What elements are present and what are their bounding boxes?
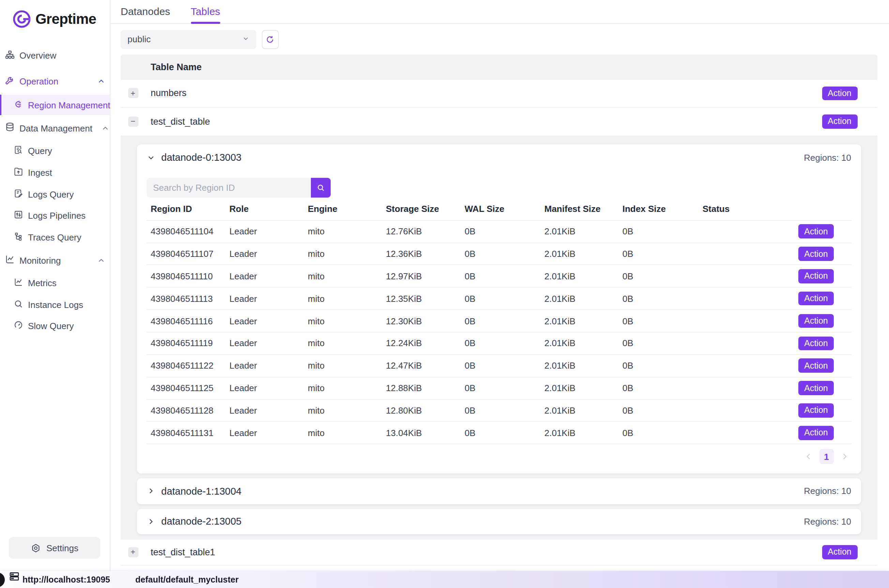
sidebar-item-label: Overview (20, 50, 56, 61)
cell-manifest: 2.01KiB (540, 405, 618, 416)
cell-storage: 12.80KiB (381, 405, 460, 416)
action-button[interactable]: Action (798, 247, 834, 261)
search-button[interactable] (311, 178, 330, 197)
cell-storage: 12.30KiB (381, 316, 460, 326)
region-row: 4398046511119 Leader mito 12.24KiB 0B 2.… (146, 333, 851, 355)
refresh-button[interactable] (262, 30, 278, 49)
region-row: 4398046511128 Leader mito 12.80KiB 0B 2.… (146, 400, 851, 422)
cell-region-id: 4398046511104 (146, 226, 225, 236)
datanode-header[interactable]: datanode-0:13003 Regions: 10 (146, 152, 851, 163)
cell-region-id: 4398046511128 (146, 405, 225, 416)
cell-region-id: 4398046511119 (146, 338, 225, 348)
cell-storage: 12.47KiB (381, 360, 460, 370)
action-button[interactable]: Action (798, 292, 834, 306)
region-search-input[interactable] (146, 178, 311, 197)
chevron-right-icon (146, 517, 155, 526)
expand-icon[interactable]: + (128, 88, 138, 99)
chevron-up-icon[interactable] (98, 77, 105, 85)
cell-index: 0B (618, 360, 698, 370)
cell-manifest: 2.01KiB (540, 316, 618, 326)
region-row: 4398046511116 Leader mito 12.30KiB 0B 2.… (146, 310, 851, 333)
cell-region-id: 4398046511116 (146, 316, 225, 326)
action-button[interactable]: Action (822, 545, 857, 559)
action-button[interactable]: Action (798, 336, 834, 350)
sidebar-item-label: Ingest (28, 167, 52, 177)
cell-storage: 12.88KiB (381, 383, 460, 393)
region-row: 4398046511113 Leader mito 12.35KiB 0B 2.… (146, 288, 851, 310)
greptime-logo-icon (12, 9, 33, 29)
datanode-card-1[interactable]: datanode-1:13004 Regions: 10 (137, 478, 861, 504)
next-page-icon[interactable] (840, 452, 848, 460)
sidebar-item-traces-query[interactable]: Traces Query (0, 228, 110, 247)
sidebar-item-operation[interactable]: Operation (0, 72, 110, 91)
sidebar-item-query[interactable]: Query (0, 141, 110, 160)
sidebar-item-data-management[interactable]: Data Management (0, 118, 110, 138)
sidebar-nav: Overview Operation Region Management Dat… (0, 46, 110, 335)
region-row: 4398046511104 Leader mito 12.76KiB 0B 2.… (146, 221, 851, 243)
prev-page-icon[interactable] (805, 452, 812, 460)
action-button[interactable]: Action (798, 225, 834, 238)
sidebar-item-label: Slow Query (28, 321, 74, 331)
ingest-icon (14, 166, 23, 178)
sidebar-item-label: Traces Query (28, 232, 81, 242)
tab-datanodes[interactable]: Datanodes (121, 0, 170, 23)
tabbar: Datanodes Tables (110, 0, 889, 24)
chevron-up-icon[interactable] (102, 124, 110, 132)
table-name-header-label: Table Name (151, 62, 202, 72)
cell-manifest: 2.01KiB (540, 249, 618, 259)
brand-name: Greptime (36, 11, 96, 27)
cell-role: Leader (225, 428, 303, 438)
region-row: 4398046511107 Leader mito 12.36KiB 0B 2.… (146, 243, 851, 266)
col-wal-size: WAL Size (460, 203, 540, 214)
cell-role: Leader (225, 405, 303, 416)
server-url[interactable]: http://localhost:19095 (23, 575, 110, 584)
action-button[interactable]: Action (822, 86, 857, 100)
sidebar-item-slow-query[interactable]: Slow Query (0, 316, 110, 335)
chevron-up-icon[interactable] (98, 256, 105, 264)
sidebar-item-monitoring[interactable]: Monitoring (0, 251, 110, 270)
monitoring-icon (5, 254, 15, 266)
sidebar-item-ingest[interactable]: Ingest (0, 163, 110, 182)
database-select-value: public (128, 34, 151, 44)
sidebar-item-instance-logs[interactable]: Instance Logs (0, 295, 110, 314)
sidebar-item-label: Monitoring (20, 255, 61, 266)
table-name: test_dist_table (151, 117, 210, 127)
sidebar-item-metrics[interactable]: Metrics (0, 273, 110, 292)
cell-wal: 0B (460, 338, 540, 348)
app: Greptime Overview Operation Region Manag… (0, 0, 889, 588)
sidebar-item-overview[interactable]: Overview (0, 46, 110, 65)
region-row: 4398046511122 Leader mito 12.47KiB 0B 2.… (146, 355, 851, 378)
action-button[interactable]: Action (798, 269, 834, 283)
sidebar-item-region-management[interactable]: Region Management (0, 95, 110, 115)
sidebar-item-label: Instance Logs (28, 300, 83, 310)
cell-wal: 0B (460, 293, 540, 303)
action-button[interactable]: Action (798, 381, 834, 395)
datanode-title: datanode-1:13004 (161, 486, 241, 497)
region-table-header: Region ID Role Engine Storage Size WAL S… (146, 197, 851, 221)
action-button[interactable]: Action (798, 314, 834, 328)
datanode-card-2[interactable]: datanode-2:13005 Regions: 10 (137, 508, 861, 534)
action-button[interactable]: Action (798, 426, 834, 440)
cell-engine: mito (303, 226, 381, 236)
action-button[interactable]: Action (798, 404, 834, 417)
tab-tables[interactable]: Tables (191, 0, 220, 23)
expand-icon[interactable]: + (128, 547, 138, 557)
collapse-icon[interactable]: − (128, 117, 138, 127)
page-number[interactable]: 1 (820, 449, 833, 464)
table-row-test-dist-table: − test_dist_table Action (121, 108, 877, 136)
region-row: 4398046511110 Leader mito 12.97KiB 0B 2.… (146, 266, 851, 288)
cell-region-id: 4398046511122 (146, 360, 225, 370)
cell-region-id: 4398046511131 (146, 428, 225, 438)
cell-storage: 12.76KiB (381, 226, 460, 236)
sidebar-item-logs-query[interactable]: Logs Query (0, 184, 110, 204)
cell-manifest: 2.01KiB (540, 360, 618, 370)
action-button[interactable]: Action (822, 114, 857, 128)
action-button[interactable]: Action (798, 359, 834, 373)
pagination: 1 (146, 444, 851, 469)
cell-index: 0B (618, 293, 698, 303)
region-management-icon (14, 99, 23, 111)
datanodes-panel: datanode-0:13003 Regions: 10 Region ID (121, 136, 877, 539)
sidebar-item-logs-pipelines[interactable]: Logs Pipelines (0, 206, 110, 225)
database-select[interactable]: public (121, 30, 256, 49)
settings-button[interactable]: Settings (9, 537, 100, 559)
